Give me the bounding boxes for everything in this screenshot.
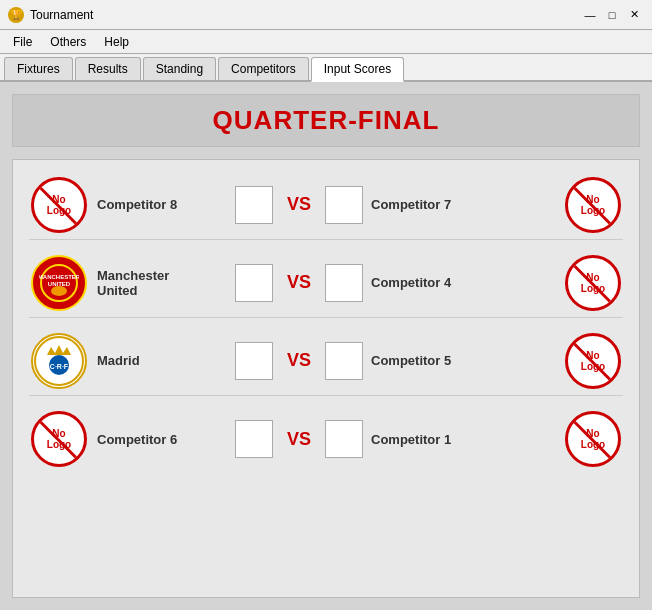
section-title: QUARTER-FINAL: [213, 105, 440, 135]
match-row: MANCHESTER UNITED ManchesterUnited VS Co…: [29, 248, 623, 318]
home-logo-match2: MANCHESTER UNITED: [29, 253, 89, 313]
close-button[interactable]: ✕: [624, 5, 644, 25]
tab-bar: Fixtures Results Standing Competitors In…: [0, 54, 652, 82]
no-logo-icon: NoLogo: [565, 177, 621, 233]
menu-bar: File Others Help: [0, 30, 652, 54]
home-score-input-match2[interactable]: [235, 264, 273, 302]
window-title: Tournament: [30, 8, 580, 22]
title-bar: 🏆 Tournament — □ ✕: [0, 0, 652, 30]
maximize-button[interactable]: □: [602, 5, 622, 25]
no-logo-icon: NoLogo: [565, 255, 621, 311]
home-team-name-match2: ManchesterUnited: [97, 268, 227, 298]
no-logo-icon: NoLogo: [31, 411, 87, 467]
section-header: QUARTER-FINAL: [12, 94, 640, 147]
tab-input-scores[interactable]: Input Scores: [311, 57, 404, 82]
match-row: NoLogo Competitor 6 VS Competitor 1 NoLo…: [29, 404, 623, 474]
svg-text:C·R·F: C·R·F: [50, 363, 69, 370]
away-logo-match1: NoLogo: [563, 175, 623, 235]
away-team-name-match1: Competitor 7: [371, 197, 501, 212]
vs-label-match4: VS: [281, 429, 317, 450]
match-row: C·R·F Madrid VS Competitor 5 NoLogo: [29, 326, 623, 396]
no-logo-icon: NoLogo: [565, 333, 621, 389]
away-score-input-match2[interactable]: [325, 264, 363, 302]
home-logo-match4: NoLogo: [29, 409, 89, 469]
app-icon: 🏆: [8, 7, 24, 23]
home-score-input-match4[interactable]: [235, 420, 273, 458]
madrid-logo-icon: C·R·F: [31, 333, 87, 389]
home-team-name-match1: Competitor 8: [97, 197, 227, 212]
tab-competitors[interactable]: Competitors: [218, 57, 309, 80]
away-score-input-match1[interactable]: [325, 186, 363, 224]
away-logo-match2: NoLogo: [563, 253, 623, 313]
window-controls: — □ ✕: [580, 5, 644, 25]
match-row: NoLogo Competitor 8 VS Competitor 7 NoLo…: [29, 170, 623, 240]
away-team-name-match3: Competitor 5: [371, 353, 501, 368]
vs-label-match1: VS: [281, 194, 317, 215]
menu-others[interactable]: Others: [41, 32, 95, 52]
svg-point-3: [51, 286, 67, 296]
away-logo-match3: NoLogo: [563, 331, 623, 391]
menu-file[interactable]: File: [4, 32, 41, 52]
tab-results[interactable]: Results: [75, 57, 141, 80]
vs-label-match2: VS: [281, 272, 317, 293]
tab-standing[interactable]: Standing: [143, 57, 216, 80]
away-score-input-match4[interactable]: [325, 420, 363, 458]
home-score-input-match3[interactable]: [235, 342, 273, 380]
svg-text:MANCHESTER: MANCHESTER: [39, 274, 79, 280]
vs-label-match3: VS: [281, 350, 317, 371]
away-score-input-match3[interactable]: [325, 342, 363, 380]
man-utd-logo-icon: MANCHESTER UNITED: [31, 255, 87, 311]
home-score-input-match1[interactable]: [235, 186, 273, 224]
away-team-name-match2: Competitor 4: [371, 275, 501, 290]
home-logo-match3: C·R·F: [29, 331, 89, 391]
no-logo-icon: NoLogo: [565, 411, 621, 467]
no-logo-icon: NoLogo: [31, 177, 87, 233]
tab-fixtures[interactable]: Fixtures: [4, 57, 73, 80]
home-team-name-match3: Madrid: [97, 353, 227, 368]
minimize-button[interactable]: —: [580, 5, 600, 25]
menu-help[interactable]: Help: [95, 32, 138, 52]
away-team-name-match4: Competitor 1: [371, 432, 501, 447]
home-logo-match1: NoLogo: [29, 175, 89, 235]
matches-container: NoLogo Competitor 8 VS Competitor 7 NoLo…: [12, 159, 640, 598]
main-content: QUARTER-FINAL NoLogo Competitor 8 VS Com…: [0, 82, 652, 610]
home-team-name-match4: Competitor 6: [97, 432, 227, 447]
away-logo-match4: NoLogo: [563, 409, 623, 469]
